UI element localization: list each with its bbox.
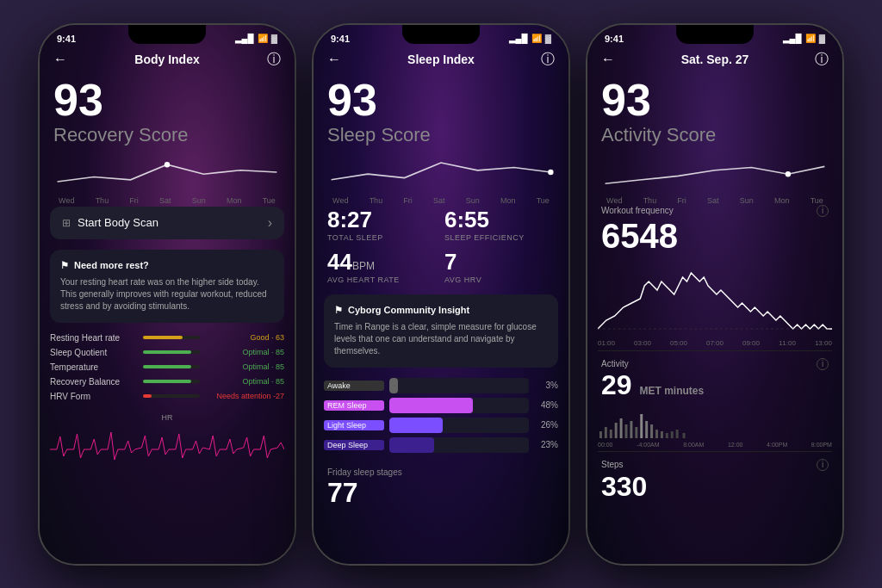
back-button-activity[interactable]: ←	[601, 52, 615, 67]
info-button-body[interactable]: ⓘ	[267, 51, 281, 69]
stage-bar-rem	[389, 398, 529, 413]
wifi-icon-a: 📶	[805, 34, 816, 43]
info-button-sleep[interactable]: ⓘ	[541, 51, 555, 69]
stage-pct-light: 26%	[534, 420, 558, 430]
hr-chart-section: HR	[40, 412, 295, 466]
insight-title-sleep: ⚑ Cyborg Community Insight	[334, 305, 548, 316]
cyborg-icon: ⚑	[334, 305, 343, 316]
metric-bar-sq	[143, 350, 200, 354]
metric-bar-rb	[143, 380, 200, 383]
signal-icon-s: ▂▄█	[509, 34, 528, 43]
status-icons-activity: ▂▄█ 📶 ▓	[783, 34, 825, 43]
sleep-stat-hrv: 7 AVG HRV	[444, 249, 555, 284]
efficiency-label: SLEEP EFFICIENCY	[444, 233, 555, 242]
day-3: Sat	[159, 196, 171, 205]
svg-point-0	[165, 161, 170, 167]
stage-rem: REM Sleep 48%	[324, 398, 558, 413]
chart-area-body: Wed Thu Fri Sat Sun Mon Tue	[40, 150, 295, 201]
wifi-icon: 📶	[258, 34, 268, 43]
hr-label: HR	[50, 413, 284, 422]
metric-bar-hr	[143, 336, 200, 339]
met-header: Activity i	[601, 358, 829, 370]
metrics-list-body: Resting Heart rate Good · 63 Sleep Quoti…	[40, 328, 295, 412]
metric-bar-temp	[143, 365, 200, 368]
met-unit: MET minutes	[639, 385, 704, 397]
day-5: Mon	[227, 196, 242, 205]
workout-info-icon[interactable]: i	[817, 205, 829, 217]
met-chart	[598, 405, 832, 440]
stage-pct-rem: 48%	[534, 400, 558, 410]
status-bar-activity: 9:41 ▂▄█ 📶 ▓	[587, 25, 842, 47]
svg-point-1	[548, 169, 553, 175]
metric-value-hrv: Needs attention -27	[207, 392, 284, 400]
met-time-labels: 00:00 -4:00AM 8:00AM 12:00 4:00PM 8:00PM	[587, 442, 842, 448]
chart-area-sleep: Wed Thu Fri Sat Sun Mon Tue	[314, 150, 568, 201]
chart-days-activity: Wed Thu Fri Sat Sun Mon Tue	[596, 196, 834, 205]
score-section-body: 93 Recovery Score	[40, 72, 295, 150]
metric-row-sq: Sleep Quotient Optimal · 85	[50, 348, 284, 357]
wifi-icon-s: 📶	[531, 34, 542, 43]
metric-value-sq: Optimal · 85	[207, 348, 284, 356]
status-bar-sleep: 9:41 ▂▄█ 📶 ▓	[314, 25, 568, 47]
svg-rect-8	[620, 418, 623, 438]
svg-rect-4	[599, 431, 602, 438]
metric-value-rb: Optimal · 85	[207, 377, 284, 386]
action-btn-label: Start Body Scan	[78, 216, 158, 229]
status-icons-sleep: ▂▄█ 📶 ▓	[509, 34, 551, 43]
stage-bar-light	[389, 418, 529, 433]
back-button-sleep[interactable]: ←	[327, 52, 341, 67]
info-button-activity[interactable]: ⓘ	[815, 51, 829, 69]
nav-bar-activity: ← Sat. Sep. 27 ⓘ	[587, 47, 842, 72]
insight-text-sleep: Time in Range is a clear, simple measure…	[334, 321, 548, 357]
metric-value-hr: Good · 63	[207, 333, 284, 342]
total-sleep-label: TOTAL SLEEP	[327, 233, 438, 242]
start-body-scan-button[interactable]: ⊞ Start Body Scan ›	[50, 207, 284, 239]
workout-value: 6548	[601, 217, 829, 255]
steps-value: 330	[601, 471, 829, 503]
sleep-stat-total: 8:27 TOTAL SLEEP	[327, 207, 438, 242]
signal-icon-a: ▂▄█	[783, 34, 802, 43]
stage-deep: Deep Sleep 23%	[324, 437, 558, 453]
svg-rect-13	[645, 421, 648, 438]
nav-bar-body: ← Body Index ⓘ	[40, 47, 295, 72]
insight-card-sleep: ⚑ Cyborg Community Insight Time in Range…	[324, 294, 558, 368]
signal-icon: ▂▄█	[235, 34, 254, 43]
stage-label-awake: Awake	[324, 381, 384, 391]
sleep-stat-hr: 44BPM AVG HEART RATE	[327, 249, 438, 284]
stage-light: Light Sleep 26%	[324, 418, 558, 433]
score-section-activity: 93 Activity Score	[587, 72, 842, 150]
status-bar-body: 9:41 ▂▄█ 📶 ▓	[40, 25, 295, 47]
chart-days-body: Wed Thu Fri Sat Sun Mon Tue	[48, 196, 286, 205]
steps-info-icon[interactable]: i	[817, 459, 829, 471]
main-container: 9:41 ▂▄█ 📶 ▓ ← Body Index ⓘ 93 Recovery …	[0, 0, 882, 588]
day-6: Tue	[263, 196, 276, 205]
day-2: Fri	[129, 196, 139, 205]
svg-rect-9	[625, 424, 628, 438]
back-button-body[interactable]: ←	[53, 52, 67, 67]
sleep-footer-value: 77	[327, 477, 555, 509]
avg-hrv-value: 7	[444, 249, 555, 275]
stage-awake: Awake 3%	[324, 378, 558, 393]
score-label-sleep: Sleep Score	[327, 124, 555, 146]
insight-text-body: Your resting heart rate was on the highe…	[60, 276, 274, 313]
score-number-activity: 93	[601, 77, 829, 122]
metric-row-hrv: HRV Form Needs attention -27	[50, 392, 284, 401]
score-label-body: Recovery Score	[53, 124, 281, 146]
insight-card-body: ⚑ Need more rest? Your resting heart rat…	[50, 250, 284, 323]
nav-title-activity: Sat. Sep. 27	[681, 53, 749, 66]
metric-name-sq: Sleep Quotient	[50, 348, 136, 357]
sleep-stats: 8:27 TOTAL SLEEP 6:55 SLEEP EFFICIENCY 4…	[314, 201, 568, 289]
avg-hr-value: 44BPM	[327, 249, 438, 275]
activity-chart	[598, 260, 832, 337]
stage-pct-awake: 3%	[534, 381, 558, 390]
phone-activity: 9:41 ▂▄█ 📶 ▓ ← Sat. Sep. 27 ⓘ 93 Activit…	[586, 23, 844, 566]
steps-header: Steps i	[601, 459, 829, 471]
activity-info-icon[interactable]: i	[817, 358, 829, 370]
day-0: Wed	[59, 196, 74, 205]
workout-freq-label: Workout frequency	[601, 206, 674, 215]
svg-rect-10	[630, 421, 632, 438]
chevron-icon: ›	[268, 215, 272, 231]
stage-bar-awake	[389, 378, 529, 393]
metric-row-hr: Resting Heart rate Good · 63	[50, 333, 284, 343]
avg-hrv-label: AVG HRV	[444, 275, 555, 284]
